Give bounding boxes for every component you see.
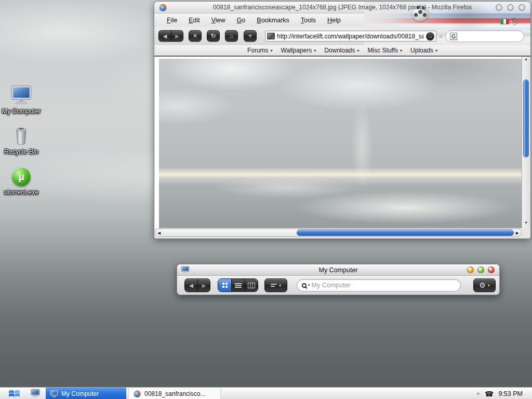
- forward-icon: ▶: [175, 33, 179, 39]
- finder-search-field: ▾: [297, 279, 461, 291]
- menu-tools[interactable]: Tools: [296, 15, 321, 25]
- bookmark-uploads[interactable]: Uploads▾: [410, 47, 437, 54]
- arrange-button[interactable]: ▾: [264, 278, 287, 292]
- home-button[interactable]: ⌂: [225, 30, 238, 42]
- browser-viewport: ▲ ▼: [155, 57, 530, 228]
- arrange-icon: [271, 284, 277, 287]
- bookmark-label: Wallpapers: [281, 47, 312, 54]
- bookmark-label: Downloads: [324, 47, 355, 54]
- bookmark-label: Uploads: [410, 47, 433, 54]
- bookmark-wallpapers[interactable]: Wallpapers▾: [281, 47, 316, 54]
- my-computer-titlebar[interactable]: My Computer: [177, 264, 499, 276]
- windows-logo-icon: [8, 389, 20, 398]
- chevron-down-icon: ▾: [279, 283, 281, 288]
- web-search-input[interactable]: [460, 33, 520, 39]
- close-button[interactable]: [488, 267, 495, 273]
- taskbar-clock[interactable]: 9:53 PM: [498, 390, 523, 397]
- phone-modem-icon[interactable]: ☎: [485, 390, 494, 397]
- chevron-down-icon: ▾: [488, 283, 490, 288]
- actions-button[interactable]: ⚙ ▾: [473, 278, 496, 292]
- menu-help[interactable]: Help: [322, 15, 346, 25]
- back-icon: ◀: [189, 283, 193, 288]
- horizontal-scrollbar[interactable]: ◀ ▶: [155, 229, 522, 237]
- seascape-image[interactable]: [159, 59, 522, 228]
- minimize-button[interactable]: [496, 4, 502, 11]
- web-search-box: G: [445, 30, 524, 42]
- desktop-icon-label: My Computer: [2, 108, 41, 115]
- stop-button[interactable]: ×: [189, 30, 202, 42]
- vertical-scroll-thumb[interactable]: [523, 79, 529, 157]
- monitor-icon: [31, 389, 40, 397]
- stop-icon: ×: [193, 32, 197, 39]
- chevron-down-icon: ▾: [308, 283, 310, 287]
- close-button[interactable]: [518, 4, 525, 11]
- firefox-titlebar[interactable]: 00818_sanfranciscoseascape_1024x768.jpg …: [154, 2, 530, 14]
- finder-search-input[interactable]: [312, 282, 456, 289]
- chevron-down-icon: ▾: [357, 48, 360, 53]
- taskbar: My Computer 00818_sanfrancisco... + ☎ 9:…: [0, 387, 532, 399]
- horizontal-scroll-thumb[interactable]: [297, 230, 514, 236]
- back-icon: ◀: [163, 33, 167, 39]
- icon-view-button[interactable]: [218, 279, 231, 291]
- scroll-down-arrow[interactable]: ▼: [522, 221, 530, 228]
- window-title: My Computer: [177, 267, 499, 274]
- chevron-down-icon: ▾: [400, 48, 402, 53]
- system-tray: + ☎ 9:53 PM: [476, 388, 523, 399]
- forward-button[interactable]: ▶: [171, 30, 183, 42]
- bookmark-forums[interactable]: Forums▾: [247, 47, 273, 54]
- window-title: 00818_sanfranciscoseascape_1024x768.jpg …: [154, 4, 530, 11]
- scroll-left-arrow[interactable]: ◀: [157, 231, 161, 235]
- new-tab-icon: +: [248, 32, 252, 39]
- task-label: My Computer: [61, 390, 99, 397]
- menu-bookmarks[interactable]: Bookmarks: [251, 15, 295, 25]
- start-button[interactable]: [8, 389, 20, 399]
- tray-expand-icon[interactable]: +: [476, 390, 480, 397]
- go-button[interactable]: →: [426, 32, 434, 41]
- desktop-icon-recycle-bin[interactable]: Recycle Bin: [1, 127, 42, 155]
- list-view-button[interactable]: [231, 279, 244, 291]
- scroll-up-arrow[interactable]: ▲: [522, 57, 530, 64]
- utorrent-icon: µ: [12, 167, 31, 186]
- minimize-button[interactable]: [467, 267, 474, 273]
- desktop-icon-utorrent[interactable]: µ utorrent.exe: [1, 167, 42, 196]
- address-input[interactable]: [277, 33, 424, 40]
- menu-view[interactable]: View: [206, 15, 231, 25]
- my-computer-toolbar: ◀ ▶: [177, 276, 499, 295]
- chevron-down-icon: ▾: [314, 48, 316, 53]
- chevron-down-icon: ▾: [271, 48, 273, 53]
- desktop-icon-label: Recycle Bin: [4, 148, 38, 155]
- scroll-right-arrow[interactable]: ▶: [516, 231, 519, 235]
- reload-button[interactable]: ↻: [207, 30, 220, 42]
- firefox-window: 00818_sanfranciscoseascape_1024x768.jpg …: [154, 1, 531, 239]
- desktop-icon-label: utorrent.exe: [4, 189, 39, 196]
- task-label: 00818_sanfrancisco...: [144, 390, 205, 397]
- zoom-button[interactable]: [477, 267, 484, 273]
- back-button[interactable]: ◀: [184, 278, 197, 292]
- task-firefox[interactable]: 00818_sanfrancisco...: [128, 388, 221, 399]
- address-bar: →: [265, 31, 436, 42]
- vertical-scrollbar[interactable]: ▲ ▼: [522, 57, 530, 228]
- maximize-button[interactable]: [507, 4, 514, 11]
- home-icon: ⌂: [230, 32, 233, 39]
- menu-go[interactable]: Go: [232, 15, 251, 25]
- menu-file[interactable]: File: [162, 15, 182, 25]
- view-switcher: [218, 278, 258, 292]
- task-my-computer[interactable]: My Computer: [46, 388, 126, 399]
- go-icon: →: [428, 33, 433, 39]
- menu-edit[interactable]: Edit: [183, 15, 205, 25]
- new-tab-button[interactable]: +: [244, 30, 257, 42]
- computer-icon: [50, 390, 58, 397]
- reload-icon: ↻: [210, 32, 216, 39]
- firefox-menubar: File Edit View Go Bookmarks Tools Help: [154, 14, 530, 27]
- firefox-icon: [133, 390, 141, 398]
- quick-launch-show-desktop[interactable]: [31, 389, 40, 399]
- forward-button[interactable]: ▶: [197, 278, 210, 292]
- column-view-button[interactable]: [245, 279, 258, 291]
- forward-icon: ▶: [202, 283, 206, 288]
- bookmark-label: Forums: [247, 47, 269, 54]
- back-button[interactable]: ◀: [158, 30, 171, 42]
- bookmarks-toolbar: Forums▾ Wallpapers▾ Downloads▾ Misc Stuf…: [154, 45, 530, 57]
- bookmark-downloads[interactable]: Downloads▾: [324, 47, 359, 54]
- bookmark-misc-stuffs[interactable]: Misc Stuffs▾: [368, 47, 402, 54]
- desktop-icon-my-computer[interactable]: My Computer: [1, 85, 42, 115]
